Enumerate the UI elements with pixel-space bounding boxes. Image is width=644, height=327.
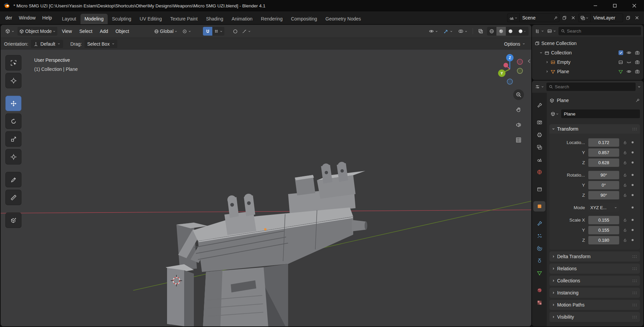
tab-texture[interactable]: [533, 297, 545, 308]
gizmo-x-handle[interactable]: [503, 63, 508, 67]
remove-view-layer-icon[interactable]: [633, 13, 641, 22]
tool-select-box[interactable]: [5, 55, 21, 71]
panel-instancing[interactable]: Instancing: [549, 288, 640, 298]
zoom-button[interactable]: [513, 89, 524, 100]
outliner-row-plane[interactable]: Plane: [534, 67, 641, 76]
menu-select[interactable]: Select: [76, 27, 95, 36]
snap-with-dropdown[interactable]: [212, 27, 224, 36]
shading-material-button[interactable]: [506, 27, 515, 36]
transform-orientation-dropdown[interactable]: Global: [152, 27, 179, 36]
tab-render[interactable]: [533, 117, 545, 128]
properties-search-input[interactable]: [555, 84, 633, 89]
tab-texture-paint[interactable]: Texture Paint: [166, 14, 202, 24]
gizmo-neg-x-handle[interactable]: [517, 59, 523, 64]
orientation-dropdown[interactable]: Default: [31, 40, 63, 48]
scale-y-field[interactable]: 0.155: [588, 226, 619, 234]
tool-rotate[interactable]: [5, 113, 21, 129]
scale-z-field[interactable]: 0.180: [588, 236, 619, 244]
tab-geometry-nodes[interactable]: Geometry Nodes: [321, 14, 365, 24]
object-id-browse-button[interactable]: [549, 109, 560, 118]
properties-options-chevron-icon[interactable]: [637, 85, 641, 89]
tab-particles[interactable]: [533, 231, 545, 241]
tab-physics[interactable]: [533, 243, 545, 253]
collapsed-chevron-icon[interactable]: [545, 70, 549, 73]
snap-toggle[interactable]: [203, 27, 212, 36]
menu-render-partial[interactable]: der: [2, 11, 15, 24]
location-z-field[interactable]: 0.628: [588, 158, 619, 167]
outliner-row-scene-collection[interactable]: Scene Collection: [534, 39, 641, 48]
tab-object-data[interactable]: [533, 268, 545, 278]
panel-drag-handle-icon[interactable]: [632, 279, 638, 282]
eye-closed-icon[interactable]: [626, 59, 632, 65]
rotation-mode-dropdown[interactable]: XYZ E...: [588, 203, 619, 212]
pivot-point-dropdown[interactable]: [180, 27, 193, 36]
viewport-canvas[interactable]: User Perspective (1) Collection | Plane: [1, 50, 531, 326]
lock-icon[interactable]: [622, 150, 628, 155]
outliner-editor-type-button[interactable]: [534, 27, 545, 35]
sidebar-toggle-arrow[interactable]: [527, 58, 531, 64]
shading-wireframe-button[interactable]: [487, 27, 496, 36]
menu-window[interactable]: Window: [15, 11, 39, 24]
lock-icon[interactable]: [622, 160, 628, 165]
gizmo-neg-z-handle[interactable]: [507, 79, 513, 84]
tool-move[interactable]: [5, 96, 21, 111]
animate-dot[interactable]: [631, 239, 635, 241]
tool-add-cube[interactable]: [5, 213, 21, 228]
lock-icon[interactable]: [622, 140, 628, 145]
lock-icon[interactable]: [622, 193, 628, 197]
tab-compositing[interactable]: Compositing: [287, 14, 321, 24]
object-name-input[interactable]: [564, 111, 637, 116]
animate-dot[interactable]: [631, 174, 635, 176]
new-view-layer-button[interactable]: [625, 13, 632, 22]
location-x-field[interactable]: 0.172: [588, 138, 619, 147]
tool-cursor[interactable]: [5, 73, 21, 88]
animate-dot[interactable]: [631, 229, 635, 231]
lock-icon[interactable]: [622, 228, 628, 232]
panel-drag-handle-icon[interactable]: [632, 267, 638, 270]
new-scene-button[interactable]: [561, 13, 568, 22]
tab-rendering[interactable]: Rendering: [257, 14, 287, 24]
options-dropdown[interactable]: Options: [501, 40, 528, 48]
view-layer-browse-button[interactable]: [579, 14, 591, 22]
perspective-toggle-button[interactable]: [513, 135, 524, 145]
hide-eye-icon[interactable]: [626, 50, 632, 55]
lock-icon[interactable]: [622, 218, 628, 222]
menu-add[interactable]: Add: [97, 27, 111, 36]
location-y-field[interactable]: 0.857: [588, 148, 619, 157]
unlink-scene-icon[interactable]: [570, 13, 577, 22]
outliner-display-mode-button[interactable]: [546, 27, 557, 35]
rotation-z-field[interactable]: 90°: [588, 191, 619, 199]
image-data-icon[interactable]: [618, 60, 623, 65]
panel-visibility[interactable]: Visibility: [549, 312, 640, 322]
tab-object[interactable]: [533, 201, 545, 212]
tool-scale[interactable]: [5, 131, 21, 147]
tab-modeling[interactable]: Modeling: [80, 14, 108, 24]
drag-dropdown[interactable]: Select Box: [85, 40, 117, 48]
animate-dot[interactable]: [631, 151, 635, 153]
animate-dot[interactable]: [631, 219, 635, 221]
navigation-gizmo[interactable]: Z Y: [494, 52, 526, 85]
gizmo-neg-y-handle[interactable]: [517, 68, 523, 74]
editor-type-button[interactable]: [3, 27, 16, 36]
scene-name[interactable]: Scene: [520, 15, 552, 20]
expand-chevron-icon[interactable]: [539, 51, 543, 54]
animate-dot[interactable]: [631, 141, 635, 143]
animate-dot[interactable]: [631, 206, 635, 208]
scene-browse-button[interactable]: [507, 14, 520, 22]
disable-render-camera-icon[interactable]: [635, 69, 640, 74]
panel-drag-handle-icon[interactable]: [632, 291, 638, 294]
panel-drag-handle-icon[interactable]: [632, 316, 638, 319]
panel-drag-handle-icon[interactable]: [632, 303, 638, 307]
tab-tool[interactable]: [533, 100, 545, 110]
mode-dropdown[interactable]: Object Mode: [17, 27, 57, 36]
mesh-data-icon[interactable]: [618, 69, 623, 74]
tool-transform[interactable]: [5, 149, 21, 165]
panel-drag-handle-icon[interactable]: [632, 128, 638, 131]
proportional-editing-toggle[interactable]: [231, 27, 239, 36]
tool-annotate[interactable]: [5, 172, 21, 187]
tab-animation[interactable]: Animation: [228, 14, 257, 24]
lock-icon[interactable]: [622, 183, 628, 187]
tab-layout[interactable]: Layout: [58, 14, 80, 24]
menu-view[interactable]: View: [59, 27, 75, 36]
panel-relations[interactable]: Relations: [549, 264, 640, 274]
